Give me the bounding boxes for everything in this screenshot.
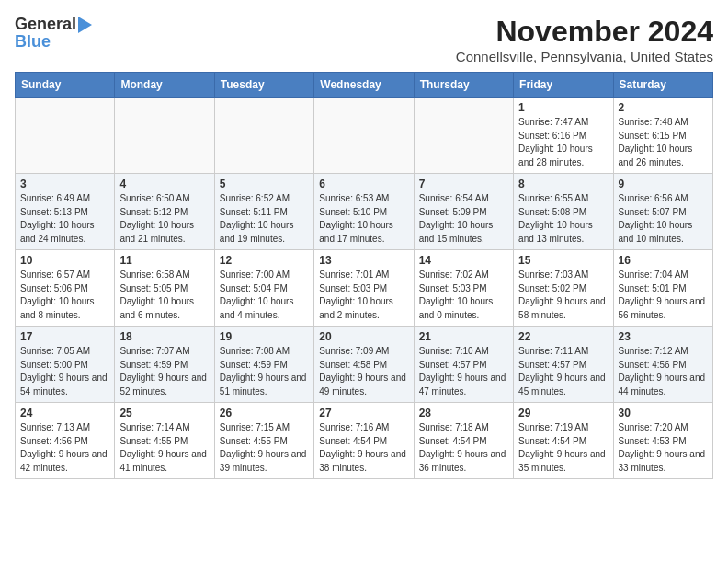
calendar-day-cell: 23Sunrise: 7:12 AMSunset: 4:56 PMDayligh… [613, 327, 712, 403]
weekday-header: Friday [514, 73, 613, 98]
calendar-day-cell: 4Sunrise: 6:50 AMSunset: 5:12 PMDaylight… [115, 174, 214, 250]
weekday-header: Sunday [16, 73, 115, 98]
calendar-day-cell: 15Sunrise: 7:03 AMSunset: 5:02 PMDayligh… [514, 250, 613, 327]
day-info: Sunrise: 7:05 AMSunset: 5:00 PMDaylight:… [20, 345, 109, 398]
calendar-week-row: 10Sunrise: 6:57 AMSunset: 5:06 PMDayligh… [16, 250, 713, 327]
calendar-day-cell: 17Sunrise: 7:05 AMSunset: 5:00 PMDayligh… [16, 327, 115, 403]
day-info: Sunrise: 7:01 AMSunset: 5:03 PMDaylight:… [319, 269, 408, 322]
calendar-week-row: 1Sunrise: 7:47 AMSunset: 6:16 PMDaylight… [16, 98, 713, 174]
calendar-day-cell: 2Sunrise: 7:48 AMSunset: 6:15 PMDaylight… [613, 98, 712, 174]
calendar-day-cell: 3Sunrise: 6:49 AMSunset: 5:13 PMDaylight… [16, 174, 115, 250]
day-info: Sunrise: 6:56 AMSunset: 5:07 PMDaylight:… [619, 192, 708, 246]
weekday-header: Saturday [613, 73, 712, 98]
day-info: Sunrise: 7:19 AMSunset: 4:54 PMDaylight:… [518, 421, 608, 475]
day-info: Sunrise: 6:58 AMSunset: 5:05 PMDaylight:… [119, 269, 209, 322]
day-number: 7 [419, 178, 508, 190]
day-number: 25 [119, 407, 209, 419]
calendar-week-row: 24Sunrise: 7:13 AMSunset: 4:56 PMDayligh… [16, 403, 713, 479]
calendar-day-cell: 12Sunrise: 7:00 AMSunset: 5:04 PMDayligh… [214, 250, 313, 327]
day-number: 29 [518, 407, 608, 419]
page-header: General Blue November 2024 Connellsville… [15, 15, 713, 64]
day-number: 23 [619, 330, 708, 343]
weekday-header: Monday [115, 73, 214, 98]
day-info: Sunrise: 7:20 AMSunset: 4:53 PMDaylight:… [619, 421, 708, 475]
day-number: 11 [119, 254, 209, 267]
calendar-day-cell: 10Sunrise: 6:57 AMSunset: 5:06 PMDayligh… [16, 250, 115, 327]
title-section: November 2024 Connellsville, Pennsylvani… [456, 15, 713, 64]
day-number: 8 [518, 178, 608, 190]
day-info: Sunrise: 7:47 AMSunset: 6:16 PMDaylight:… [518, 116, 608, 169]
day-number: 21 [419, 330, 508, 343]
day-info: Sunrise: 7:02 AMSunset: 5:03 PMDaylight:… [419, 269, 508, 322]
logo-arrow [78, 17, 92, 33]
calendar-day-cell: 25Sunrise: 7:14 AMSunset: 4:55 PMDayligh… [115, 403, 214, 479]
day-info: Sunrise: 7:08 AMSunset: 4:59 PMDaylight:… [220, 345, 309, 398]
weekday-header: Tuesday [214, 73, 313, 98]
day-number: 26 [220, 407, 309, 419]
day-info: Sunrise: 6:49 AMSunset: 5:13 PMDaylight:… [20, 192, 109, 246]
day-number: 19 [220, 330, 309, 343]
day-info: Sunrise: 6:55 AMSunset: 5:08 PMDaylight:… [518, 192, 608, 246]
calendar-day-cell [314, 98, 414, 174]
day-info: Sunrise: 7:14 AMSunset: 4:55 PMDaylight:… [119, 421, 209, 475]
calendar-week-row: 3Sunrise: 6:49 AMSunset: 5:13 PMDaylight… [16, 174, 713, 250]
calendar-table: SundayMondayTuesdayWednesdayThursdayFrid… [15, 72, 713, 479]
day-number: 22 [518, 330, 608, 343]
day-info: Sunrise: 7:09 AMSunset: 4:58 PMDaylight:… [319, 345, 408, 398]
day-number: 24 [20, 407, 109, 419]
calendar-day-cell: 19Sunrise: 7:08 AMSunset: 4:59 PMDayligh… [214, 327, 313, 403]
calendar-day-cell: 30Sunrise: 7:20 AMSunset: 4:53 PMDayligh… [613, 403, 712, 479]
calendar-day-cell: 1Sunrise: 7:47 AMSunset: 6:16 PMDaylight… [514, 98, 613, 174]
day-info: Sunrise: 7:15 AMSunset: 4:55 PMDaylight:… [220, 421, 309, 475]
logo-blue: Blue [15, 32, 51, 52]
day-info: Sunrise: 7:11 AMSunset: 4:57 PMDaylight:… [518, 345, 608, 398]
logo-general: General [15, 15, 76, 34]
day-number: 30 [619, 407, 708, 419]
day-info: Sunrise: 6:50 AMSunset: 5:12 PMDaylight:… [119, 192, 209, 246]
day-info: Sunrise: 6:57 AMSunset: 5:06 PMDaylight:… [20, 269, 109, 322]
day-info: Sunrise: 7:18 AMSunset: 4:54 PMDaylight:… [419, 421, 508, 475]
day-number: 4 [119, 178, 209, 190]
calendar-header-row: SundayMondayTuesdayWednesdayThursdayFrid… [16, 73, 713, 98]
day-number: 17 [20, 330, 109, 343]
day-info: Sunrise: 7:13 AMSunset: 4:56 PMDaylight:… [20, 421, 109, 475]
calendar-day-cell: 7Sunrise: 6:54 AMSunset: 5:09 PMDaylight… [414, 174, 513, 250]
day-number: 13 [319, 254, 408, 267]
day-number: 16 [619, 254, 708, 267]
day-number: 20 [319, 330, 408, 343]
day-number: 14 [419, 254, 508, 267]
calendar-day-cell: 29Sunrise: 7:19 AMSunset: 4:54 PMDayligh… [514, 403, 613, 479]
day-number: 6 [319, 178, 408, 190]
day-number: 15 [518, 254, 608, 267]
day-number: 18 [119, 330, 209, 343]
calendar-day-cell: 20Sunrise: 7:09 AMSunset: 4:58 PMDayligh… [314, 327, 414, 403]
day-info: Sunrise: 6:52 AMSunset: 5:11 PMDaylight:… [220, 192, 309, 246]
day-number: 3 [20, 178, 109, 190]
day-info: Sunrise: 7:03 AMSunset: 5:02 PMDaylight:… [518, 269, 608, 322]
calendar-day-cell: 8Sunrise: 6:55 AMSunset: 5:08 PMDaylight… [514, 174, 613, 250]
day-info: Sunrise: 7:04 AMSunset: 5:01 PMDaylight:… [619, 269, 708, 322]
calendar-week-row: 17Sunrise: 7:05 AMSunset: 5:00 PMDayligh… [16, 327, 713, 403]
day-info: Sunrise: 7:16 AMSunset: 4:54 PMDaylight:… [319, 421, 408, 475]
calendar-day-cell: 18Sunrise: 7:07 AMSunset: 4:59 PMDayligh… [115, 327, 214, 403]
day-number: 9 [619, 178, 708, 190]
day-info: Sunrise: 7:00 AMSunset: 5:04 PMDaylight:… [220, 269, 309, 322]
day-number: 27 [319, 407, 408, 419]
calendar-day-cell [214, 98, 313, 174]
page-subtitle: Connellsville, Pennsylvania, United Stat… [456, 49, 713, 64]
day-info: Sunrise: 7:48 AMSunset: 6:15 PMDaylight:… [619, 116, 708, 169]
calendar-day-cell [16, 98, 115, 174]
weekday-header: Wednesday [314, 73, 414, 98]
calendar-day-cell: 28Sunrise: 7:18 AMSunset: 4:54 PMDayligh… [414, 403, 513, 479]
calendar-day-cell: 16Sunrise: 7:04 AMSunset: 5:01 PMDayligh… [613, 250, 712, 327]
calendar-day-cell [414, 98, 513, 174]
calendar-day-cell: 11Sunrise: 6:58 AMSunset: 5:05 PMDayligh… [115, 250, 214, 327]
calendar-day-cell: 22Sunrise: 7:11 AMSunset: 4:57 PMDayligh… [514, 327, 613, 403]
calendar-day-cell: 9Sunrise: 6:56 AMSunset: 5:07 PMDaylight… [613, 174, 712, 250]
calendar-day-cell: 26Sunrise: 7:15 AMSunset: 4:55 PMDayligh… [214, 403, 313, 479]
calendar-day-cell: 13Sunrise: 7:01 AMSunset: 5:03 PMDayligh… [314, 250, 414, 327]
calendar-day-cell: 24Sunrise: 7:13 AMSunset: 4:56 PMDayligh… [16, 403, 115, 479]
day-number: 2 [619, 101, 708, 114]
calendar-day-cell: 5Sunrise: 6:52 AMSunset: 5:11 PMDaylight… [214, 174, 313, 250]
day-number: 28 [419, 407, 508, 419]
